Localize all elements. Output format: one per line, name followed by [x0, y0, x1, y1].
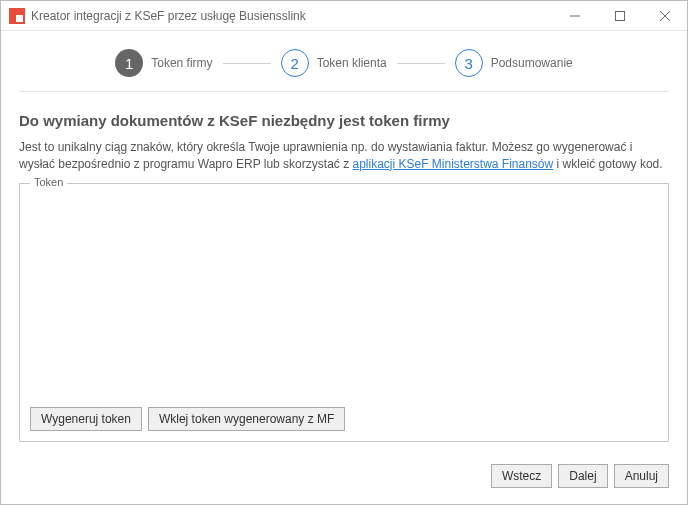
app-icon [9, 8, 25, 24]
minimize-icon [570, 11, 580, 21]
step-2-circle: 2 [281, 49, 309, 77]
step-2-label: Token klienta [317, 56, 387, 70]
step-3-label: Podsumowanie [491, 56, 573, 70]
maximize-icon [615, 11, 625, 21]
generate-token-button[interactable]: Wygeneruj token [30, 407, 142, 431]
stepper: 1 Token firmy 2 Token klienta 3 Podsumow… [1, 31, 687, 91]
close-icon [660, 11, 670, 21]
content: Do wymiany dokumentów z KSeF niezbędny j… [1, 92, 687, 452]
step-1: 1 Token firmy [115, 49, 212, 77]
maximize-button[interactable] [597, 1, 642, 31]
desc-text-2: i wkleić gotowy kod. [553, 157, 662, 171]
step-separator [223, 63, 271, 64]
close-button[interactable] [642, 1, 687, 31]
token-fieldset: Token Wygeneruj token Wklej token wygene… [19, 183, 669, 442]
page-heading: Do wymiany dokumentów z KSeF niezbędny j… [19, 112, 669, 129]
step-1-circle: 1 [115, 49, 143, 77]
titlebar: Kreator integracji z KSeF przez usługę B… [1, 1, 687, 31]
footer: Wstecz Dalej Anuluj [1, 452, 687, 504]
paste-token-button[interactable]: Wklej token wygenerowany z MF [148, 407, 345, 431]
minimize-button[interactable] [552, 1, 597, 31]
step-1-label: Token firmy [151, 56, 212, 70]
svg-rect-1 [615, 11, 624, 20]
step-2: 2 Token klienta [281, 49, 387, 77]
step-3-circle: 3 [455, 49, 483, 77]
token-legend: Token [30, 176, 67, 188]
step-separator [397, 63, 445, 64]
next-button[interactable]: Dalej [558, 464, 607, 488]
back-button[interactable]: Wstecz [491, 464, 552, 488]
window-title: Kreator integracji z KSeF przez usługę B… [31, 9, 552, 23]
step-3: 3 Podsumowanie [455, 49, 573, 77]
page-description: Jest to unikalny ciąg znaków, który okre… [19, 139, 669, 173]
token-area [30, 200, 658, 407]
token-buttons: Wygeneruj token Wklej token wygenerowany… [30, 407, 658, 431]
cancel-button[interactable]: Anuluj [614, 464, 669, 488]
ksef-app-link[interactable]: aplikacji KSeF Ministerstwa Finansów [352, 157, 553, 171]
